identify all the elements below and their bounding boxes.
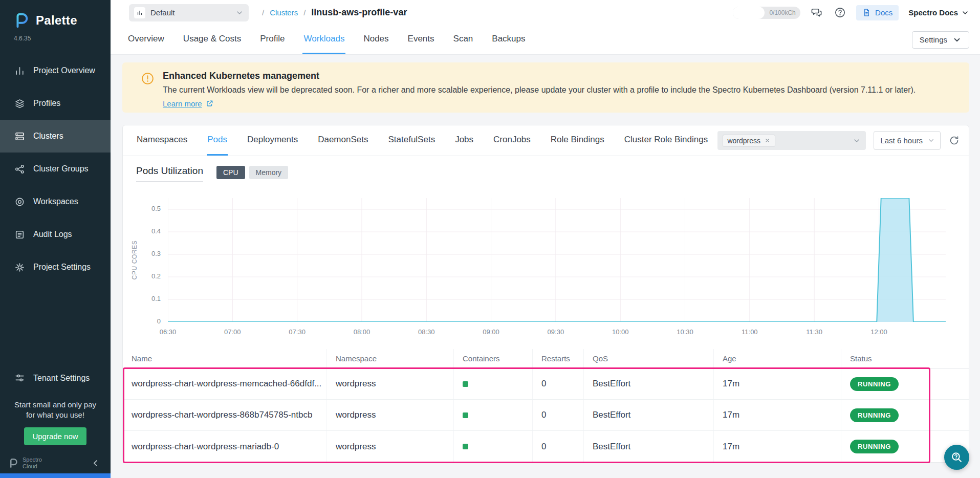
cell-namespace: wordpress xyxy=(327,368,454,399)
x-tick-label: 09:30 xyxy=(540,328,571,336)
docs-button[interactable]: Docs xyxy=(856,5,899,20)
usage-pill-label: 0/100kCh xyxy=(765,9,800,16)
toggle-cpu[interactable]: CPU xyxy=(216,166,245,179)
workload-tab-statefulsets[interactable]: StatefulSets xyxy=(387,125,435,156)
sidebar-item-clusters[interactable]: Clusters xyxy=(0,120,111,153)
tab-profile[interactable]: Profile xyxy=(259,25,286,54)
account-menu[interactable]: Spectro Docs xyxy=(908,8,969,17)
gear-icon xyxy=(14,262,25,273)
org-grid-icon xyxy=(134,7,145,18)
tab-backups[interactable]: Backups xyxy=(491,25,526,54)
x-tick-label: 12:00 xyxy=(863,328,894,336)
sliders-icon xyxy=(14,373,25,384)
bottom-left-strip xyxy=(0,473,111,478)
support-fab[interactable] xyxy=(944,445,969,470)
workload-tab-role-bindings[interactable]: Role Bindings xyxy=(550,125,605,156)
target-icon xyxy=(14,196,25,207)
cell-qos: BestEffort xyxy=(584,431,714,462)
usage-progress-track xyxy=(733,7,765,19)
column-header-name[interactable]: Name xyxy=(123,349,327,368)
deprecation-banner: Enhanced Kubernetes management The curre… xyxy=(122,62,969,113)
cell-restarts: 0 xyxy=(533,368,584,399)
y-tick-label: 0.4 xyxy=(123,227,161,235)
filter-tag-chip[interactable]: wordpress xyxy=(723,135,775,147)
audit-icon xyxy=(14,229,25,240)
x-tick-label: 06:30 xyxy=(153,328,183,336)
column-header-age[interactable]: Age xyxy=(714,349,841,368)
tab-scan[interactable]: Scan xyxy=(452,25,474,54)
help-icon[interactable] xyxy=(833,6,846,19)
sidebar-item-project-overview[interactable]: Project Overview xyxy=(0,54,111,87)
tab-workloads[interactable]: Workloads xyxy=(302,25,345,54)
table-row[interactable]: wordpress-chart-wordpress-mariadb-0wordp… xyxy=(123,431,969,462)
project-selector[interactable]: Default xyxy=(129,4,249,21)
tab-overview[interactable]: Overview xyxy=(127,25,165,54)
table-row[interactable]: wordpress-chart-wordpress-memcached-66df… xyxy=(123,368,969,400)
sidebar-item-project-settings[interactable]: Project Settings xyxy=(0,251,111,284)
filter-input[interactable]: wordpress xyxy=(717,131,866,150)
settings-button[interactable]: Settings xyxy=(912,31,969,49)
x-tick-label: 08:00 xyxy=(346,328,377,336)
tab-events[interactable]: Events xyxy=(407,25,435,54)
toggle-memory[interactable]: Memory xyxy=(249,166,289,179)
workload-tab-cronjobs[interactable]: CronJobs xyxy=(493,125,531,156)
brand-name: Palette xyxy=(36,13,77,28)
tab-nodes[interactable]: Nodes xyxy=(362,25,389,54)
sidebar-item-cluster-groups[interactable]: Cluster Groups xyxy=(0,153,111,185)
column-header-status[interactable]: Status xyxy=(841,349,969,368)
cell-containers xyxy=(454,368,533,399)
bar-chart-icon xyxy=(14,65,25,76)
cell-name: wordpress-chart-wordpress-868b745785-ntb… xyxy=(123,400,327,430)
workload-tab-pods[interactable]: Pods xyxy=(207,125,228,156)
sidebar-item-tenant-settings[interactable]: Tenant Settings xyxy=(0,364,111,393)
workload-tabbar: NamespacesPodsDeploymentsDaemonSetsState… xyxy=(123,125,969,156)
table-row[interactable]: wordpress-chart-wordpress-868b745785-ntb… xyxy=(123,400,969,431)
column-header-restarts[interactable]: Restarts xyxy=(533,349,584,368)
cell-restarts: 0 xyxy=(533,400,584,430)
chat-icon[interactable] xyxy=(810,6,823,19)
cell-status: RUNNING xyxy=(841,400,969,430)
workload-tab-daemonsets[interactable]: DaemonSets xyxy=(317,125,368,156)
chevron-down-icon xyxy=(853,137,861,145)
palette-logo-icon xyxy=(13,12,30,29)
brand: Palette xyxy=(0,0,111,29)
cell-qos: BestEffort xyxy=(584,400,714,430)
y-tick-label: 0.5 xyxy=(123,205,161,212)
column-header-qos[interactable]: QoS xyxy=(584,349,714,368)
workload-tab-cluster-role-bindings[interactable]: Cluster Role Bindings xyxy=(624,125,708,156)
workload-tab-namespaces[interactable]: Namespaces xyxy=(136,125,188,156)
sidebar-collapse-button[interactable] xyxy=(87,457,104,470)
sidebar-nav: Project OverviewProfilesClustersCluster … xyxy=(0,54,111,284)
status-badge: RUNNING xyxy=(850,377,899,391)
sidebar-item-profiles[interactable]: Profiles xyxy=(0,87,111,120)
y-tick-label: 0 xyxy=(123,317,161,325)
upgrade-button[interactable]: Upgrade now xyxy=(24,427,86,445)
column-header-containers[interactable]: Containers xyxy=(454,349,533,368)
chevron-down-icon xyxy=(961,9,969,17)
breadcrumb-clusters-link[interactable]: Clusters xyxy=(270,8,298,17)
utilization-header: Pods Utilization CPUMemory xyxy=(136,165,955,180)
spectro-cloud-brand: Spectro Cloud xyxy=(8,457,42,469)
banner-text: The current Workloads view will be depre… xyxy=(163,85,916,95)
usage-pill[interactable]: 0/100kCh xyxy=(733,7,800,19)
close-icon[interactable] xyxy=(764,137,771,144)
project-selector-value: Default xyxy=(150,8,230,17)
sidebar-item-label: Cluster Groups xyxy=(33,164,89,173)
workload-tab-jobs[interactable]: Jobs xyxy=(454,125,474,156)
x-tick-label: 09:00 xyxy=(476,328,507,336)
time-range-select[interactable]: Last 6 hours xyxy=(874,131,941,150)
promo-text: Start small and only pay for what you us… xyxy=(0,393,111,421)
tab-usage-costs[interactable]: Usage & Costs xyxy=(182,25,242,54)
column-header-namespace[interactable]: Namespace xyxy=(327,349,454,368)
workload-tab-deployments[interactable]: Deployments xyxy=(247,125,298,156)
refresh-icon[interactable] xyxy=(948,135,960,146)
status-badge: RUNNING xyxy=(850,440,899,453)
learn-more-link[interactable]: Learn more xyxy=(163,99,213,108)
workload-filters: wordpress Last 6 hours xyxy=(717,131,960,150)
sidebar-item-label: Profiles xyxy=(33,99,60,108)
sidebar-item-audit-logs[interactable]: Audit Logs xyxy=(0,218,111,251)
sidebar-item-workspaces[interactable]: Workspaces xyxy=(0,185,111,218)
cluster-tabs: OverviewUsage & CostsProfileWorkloadsNod… xyxy=(127,25,527,54)
cell-age: 17m xyxy=(714,368,841,399)
sidebar-item-label: Project Settings xyxy=(33,263,91,272)
